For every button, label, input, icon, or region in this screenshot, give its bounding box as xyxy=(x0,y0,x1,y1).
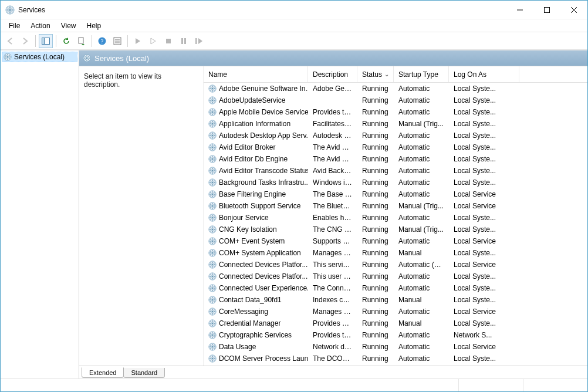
cell-logon: Network S... xyxy=(449,331,519,339)
cell-description: Provides se... xyxy=(308,319,357,327)
gear-icon xyxy=(208,190,217,198)
menu-action[interactable]: Action xyxy=(26,21,55,31)
refresh-button[interactable] xyxy=(59,34,73,48)
service-row[interactable]: Cryptographic ServicesProvides thr...Run… xyxy=(204,329,587,341)
service-row[interactable]: Application InformationFacilitates t...R… xyxy=(204,118,587,130)
service-name-text: Credential Manager xyxy=(219,319,281,327)
service-row[interactable]: CNG Key IsolationThe CNG ke...RunningMan… xyxy=(204,224,587,235)
cell-name: Connected User Experience... xyxy=(204,284,308,292)
service-row[interactable]: Contact Data_90fd1Indexes con...RunningM… xyxy=(204,294,587,306)
menu-view[interactable]: View xyxy=(56,21,81,31)
cell-logon: Local Syste... xyxy=(449,120,519,128)
cell-status: Running xyxy=(357,214,394,222)
status-spacer xyxy=(1,379,458,391)
export-list-button[interactable] xyxy=(75,34,89,48)
back-button[interactable] xyxy=(3,34,17,48)
help-button[interactable]: ? xyxy=(95,34,109,48)
status-bar xyxy=(1,379,587,391)
service-row[interactable]: Background Tasks Infrastru...Windows in.… xyxy=(204,177,587,188)
service-row[interactable]: COM+ Event SystemSupports Sy...RunningAu… xyxy=(204,235,587,247)
tree-item-services-local[interactable]: Services (Local) xyxy=(2,52,77,62)
column-header-logon[interactable]: Log On As xyxy=(449,66,519,82)
service-row[interactable]: Adobe Genuine Software In...Adobe Gen...… xyxy=(204,83,587,94)
cell-startup: Automatic xyxy=(394,354,449,363)
service-name-text: Avid Editor Transcode Status xyxy=(219,167,308,175)
restart-service-button[interactable] xyxy=(192,34,206,48)
service-row[interactable]: AdobeUpdateServiceRunningAutomaticLocal … xyxy=(204,94,587,106)
cell-description: Provides th... xyxy=(308,108,357,116)
restart-icon xyxy=(195,38,203,45)
minimize-button[interactable] xyxy=(506,1,533,19)
column-header-status[interactable]: Status⌄ xyxy=(357,66,394,82)
list-body[interactable]: Adobe Genuine Software In...Adobe Gen...… xyxy=(204,83,587,366)
service-row[interactable]: Avid Editor BrokerThe Avid Ed...RunningA… xyxy=(204,141,587,153)
column-header-startup[interactable]: Startup Type xyxy=(394,66,449,82)
service-row[interactable]: Avid Editor Db EngineThe Avid Ed...Runni… xyxy=(204,153,587,165)
cell-startup: Automatic xyxy=(394,307,449,316)
service-row[interactable]: Bluetooth Support ServiceThe Bluetoo...R… xyxy=(204,200,587,212)
list-header: Name Description Status⌄ Startup Type Lo… xyxy=(204,66,587,83)
service-row[interactable]: Data UsageNetwork da...RunningAutomaticL… xyxy=(204,341,587,353)
service-row[interactable]: CoreMessagingManages co...RunningAutomat… xyxy=(204,306,587,317)
close-button[interactable] xyxy=(560,1,587,19)
play-outline-icon xyxy=(150,38,157,45)
service-row[interactable]: Connected Devices Platfor...This service… xyxy=(204,259,587,271)
service-name-text: Base Filtering Engine xyxy=(219,190,286,198)
cell-logon: Local Service xyxy=(449,343,519,351)
service-row[interactable]: Credential ManagerProvides se...RunningM… xyxy=(204,317,587,329)
gear-icon xyxy=(208,96,217,104)
cell-startup: Automatic xyxy=(394,331,449,339)
service-row[interactable]: Autodesk Desktop App Serv...Autodesk D..… xyxy=(204,130,587,141)
service-name-text: Application Information xyxy=(219,120,290,128)
gear-icon xyxy=(208,155,217,163)
menu-file[interactable]: File xyxy=(4,21,25,31)
pause-service-button[interactable] xyxy=(177,34,191,48)
window-controls xyxy=(506,1,587,19)
maximize-button[interactable] xyxy=(533,1,560,19)
cell-description: The Connec... xyxy=(308,284,357,292)
cell-description: Provides thr... xyxy=(308,331,357,339)
show-hide-tree-button[interactable] xyxy=(39,34,53,48)
cell-status: Running xyxy=(357,202,394,210)
cell-logon: Local Service xyxy=(449,261,519,269)
cell-description: Autodesk D... xyxy=(308,131,357,140)
window: Services File Action View Help xyxy=(0,0,588,392)
service-row[interactable]: Base Filtering EngineThe Base Fil...Runn… xyxy=(204,188,587,200)
cell-description: Manages co... xyxy=(308,307,357,316)
gear-icon xyxy=(208,296,217,304)
app-icon xyxy=(5,5,15,15)
service-row[interactable]: Bonjour ServiceEnables har...RunningAuto… xyxy=(204,212,587,224)
column-header-description[interactable]: Description xyxy=(308,66,357,82)
service-row[interactable]: Connected User Experience...The Connec..… xyxy=(204,282,587,294)
main-split: Services (Local) Services (Local) Select… xyxy=(1,50,587,379)
cell-status: Running xyxy=(357,307,394,316)
cell-name: Data Usage xyxy=(204,343,308,351)
cell-logon: Local Syste... xyxy=(449,96,519,104)
forward-button[interactable] xyxy=(18,34,32,48)
cell-logon: Local Syste... xyxy=(449,178,519,187)
detail-area: Select an item to view its description. … xyxy=(79,66,587,366)
cell-startup: Automatic xyxy=(394,155,449,163)
menu-help[interactable]: Help xyxy=(82,21,106,31)
service-name-text: AdobeUpdateService xyxy=(219,96,285,104)
cell-status: Running xyxy=(357,131,394,140)
service-row[interactable]: Apple Mobile Device ServiceProvides th..… xyxy=(204,106,587,118)
cell-startup: Automatic xyxy=(394,272,449,281)
cell-startup: Manual xyxy=(394,319,449,327)
cell-logon: Local Syste... xyxy=(449,155,519,163)
service-name-text: Bluetooth Support Service xyxy=(219,202,300,210)
service-row[interactable]: Connected Devices Platfor...This user se… xyxy=(204,271,587,282)
tab-standard[interactable]: Standard xyxy=(123,368,165,378)
tree-pane[interactable]: Services (Local) xyxy=(1,50,79,379)
properties-button[interactable] xyxy=(110,34,124,48)
cell-name: COM+ System Application xyxy=(204,249,308,257)
start-service-param-button[interactable] xyxy=(146,34,160,48)
tab-extended[interactable]: Extended xyxy=(82,367,124,378)
service-row[interactable]: COM+ System ApplicationManages th...Runn… xyxy=(204,247,587,259)
service-row[interactable]: DCOM Server Process Laun...The DCOM ...R… xyxy=(204,353,587,364)
start-service-button[interactable] xyxy=(131,34,145,48)
column-header-name[interactable]: Name xyxy=(204,66,308,82)
service-row[interactable]: Avid Editor Transcode StatusAvid Backgr.… xyxy=(204,165,587,177)
service-name-text: Apple Mobile Device Service xyxy=(219,108,308,116)
stop-service-button[interactable] xyxy=(161,34,175,48)
